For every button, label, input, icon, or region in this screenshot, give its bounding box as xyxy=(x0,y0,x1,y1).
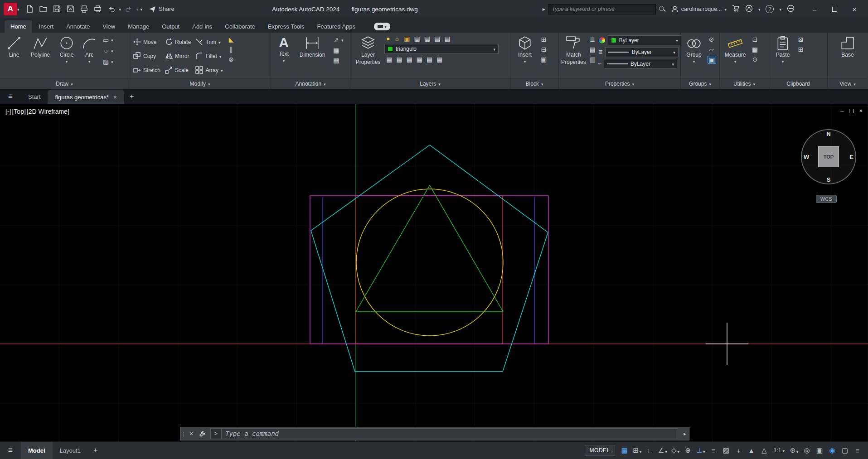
search-history-icon[interactable] xyxy=(543,6,545,12)
viewcube-compass[interactable]: N S W E TOP xyxy=(801,129,856,184)
paste-button[interactable]: Paste xyxy=(771,34,794,65)
undo-button[interactable] xyxy=(106,3,117,15)
panel-label-clipboard[interactable]: Clipboard xyxy=(769,78,827,89)
viewport-minimize-icon[interactable] xyxy=(840,107,844,114)
properties-list-button[interactable]: ≣ xyxy=(589,36,596,43)
layer-freeze-icon[interactable]: ▤ xyxy=(444,35,450,42)
clean-screen-toggle[interactable]: ▢ xyxy=(839,445,851,456)
tab-manage[interactable]: Manage xyxy=(122,20,155,33)
layer-dropdown[interactable]: triangulo xyxy=(384,44,499,54)
lineweight-toggle[interactable]: ≡ xyxy=(708,445,719,456)
command-line-grip[interactable] xyxy=(180,430,186,437)
layer-unisolate-icon[interactable]: ▤ xyxy=(434,35,440,42)
print-button[interactable] xyxy=(92,3,104,15)
tab-annotate[interactable]: Annotate xyxy=(60,20,96,33)
compass-south[interactable]: S xyxy=(827,176,831,183)
rectangle-tool-button[interactable]: ▭ xyxy=(102,36,113,44)
layer-isolate-icon[interactable]: ▤ xyxy=(424,35,430,42)
tab-featured-apps[interactable]: Featured Apps xyxy=(311,20,361,33)
layer-thaw-icon[interactable]: ☼ xyxy=(394,35,400,42)
tab-express-tools[interactable]: Express Tools xyxy=(262,20,310,33)
transparency-button[interactable]: ▤ xyxy=(589,46,596,53)
arc-button[interactable]: Arc xyxy=(79,34,99,65)
tab-output[interactable]: Output xyxy=(156,20,185,33)
green-triangle[interactable] xyxy=(356,185,503,312)
linetype-dropdown[interactable]: ByLayer xyxy=(604,59,677,69)
graphics-performance-toggle[interactable]: ◉ xyxy=(826,445,838,456)
polyline-button[interactable]: Polyline xyxy=(27,34,54,58)
id-point-button[interactable]: ⊙ xyxy=(751,56,759,63)
leader-button[interactable]: ↗ xyxy=(332,36,344,44)
color-wheel-icon[interactable] xyxy=(598,37,606,44)
layer-previous-icon[interactable]: ▤ xyxy=(406,56,412,63)
help-icon[interactable]: ? xyxy=(766,5,774,13)
circle-button[interactable]: Circle xyxy=(55,34,78,65)
share-button[interactable]: Share xyxy=(149,5,175,13)
tab-collaborate[interactable]: Collaborate xyxy=(219,20,261,33)
group-button[interactable]: Group xyxy=(683,34,705,65)
save-as-button[interactable] xyxy=(65,3,77,15)
copy-clip-button[interactable]: ⊞ xyxy=(797,46,805,53)
layer-match-icon[interactable]: ▤ xyxy=(396,56,402,63)
base-button[interactable]: Base xyxy=(836,34,859,58)
qat-customize-icon[interactable] xyxy=(141,6,143,12)
ucs-badge[interactable]: WCS xyxy=(816,195,837,203)
ungroup-button[interactable]: ⊘ xyxy=(708,36,716,43)
panel-label-properties[interactable]: Properties xyxy=(559,78,680,89)
redo-button[interactable] xyxy=(123,3,135,15)
fillet-button[interactable]: Fillet xyxy=(195,49,223,63)
close-button[interactable] xyxy=(844,0,864,18)
dimension-button[interactable]: Dimension xyxy=(295,34,330,58)
viewport-minimize-control[interactable]: [-] xyxy=(5,108,11,115)
hatch-tool-button[interactable]: ▨ xyxy=(102,58,113,66)
ortho-mode-toggle[interactable]: ∟ xyxy=(644,445,656,456)
app-logo[interactable]: A xyxy=(4,3,17,15)
panel-label-groups[interactable]: Groups xyxy=(681,78,719,89)
annotation-scale-control[interactable]: 1:1 xyxy=(771,447,787,454)
block-editor-button[interactable]: ▣ xyxy=(540,56,548,63)
app-menu-caret-icon[interactable] xyxy=(17,6,19,12)
panel-label-draw[interactable]: Draw xyxy=(0,78,129,89)
isometric-drafting-toggle[interactable]: ◇ xyxy=(669,445,681,456)
tab-add-ins[interactable]: Add-ins xyxy=(186,20,218,33)
lineweight-list-icon[interactable]: ≣ xyxy=(598,49,603,55)
save-button[interactable] xyxy=(51,3,63,15)
maximize-button[interactable] xyxy=(824,0,844,18)
create-block-button[interactable]: ⊞ xyxy=(540,36,548,43)
help-caret-icon[interactable] xyxy=(779,6,781,12)
tab-active-document[interactable]: figuras geometricas* xyxy=(48,90,124,104)
move-button[interactable]: Move xyxy=(133,35,160,49)
tab-model[interactable]: Model xyxy=(21,442,53,459)
object-snap-toggle[interactable]: ⊥ xyxy=(695,445,707,456)
tab-layout1[interactable]: Layout1 xyxy=(53,442,88,459)
layer-lock-fade-icon[interactable]: ▤ xyxy=(436,56,442,63)
transparency-toggle[interactable]: ▨ xyxy=(720,445,732,456)
layer-state-icon[interactable]: ▤ xyxy=(414,35,420,42)
yellow-circle[interactable] xyxy=(356,189,503,336)
linetype-list-button[interactable]: ▥ xyxy=(589,56,596,63)
measure-button[interactable]: Measure xyxy=(722,34,748,65)
lineweight-dropdown[interactable]: ByLayer xyxy=(605,47,679,57)
cart-icon[interactable] xyxy=(732,5,740,14)
text-button[interactable]: A Text xyxy=(273,34,294,64)
annotation-visibility-toggle[interactable]: ▲ xyxy=(746,445,757,456)
viewport-view-control[interactable]: [Top] xyxy=(12,108,25,115)
command-customize-icon[interactable] xyxy=(197,428,208,439)
panel-label-view[interactable]: View xyxy=(828,78,868,89)
tab-view[interactable]: View xyxy=(97,20,121,33)
compass-west[interactable]: W xyxy=(804,154,809,160)
array-button[interactable]: Array xyxy=(195,63,223,77)
mirror-button[interactable]: Mirror xyxy=(165,49,191,63)
group-edit-button[interactable]: ▱ xyxy=(708,46,716,53)
table-button[interactable]: ▦ xyxy=(332,47,344,54)
rotate-button[interactable]: Rotate xyxy=(165,35,191,49)
panel-label-utilities[interactable]: Utilities xyxy=(720,78,769,89)
undo-caret-icon[interactable] xyxy=(119,6,121,12)
viewport-visual-style-control[interactable]: [2D Wireframe] xyxy=(27,108,69,115)
command-line[interactable] xyxy=(180,427,689,440)
grid-display-toggle[interactable]: ▦ xyxy=(619,445,630,456)
layout-tabs-menu-icon[interactable] xyxy=(0,446,21,455)
quick-calc-button[interactable]: ▦ xyxy=(751,46,759,53)
object-color-dropdown[interactable]: ByLayer xyxy=(608,35,681,45)
file-tabs-menu-icon[interactable] xyxy=(0,89,21,104)
